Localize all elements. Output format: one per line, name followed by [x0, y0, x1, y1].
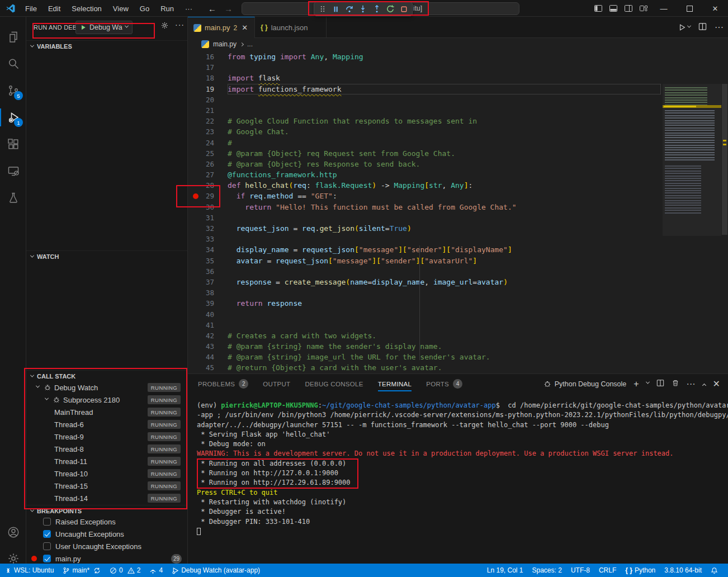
minimize-button[interactable]: — [651, 0, 677, 17]
breakpoint-checkbox[interactable] [43, 555, 51, 562]
watch-section-header[interactable]: WATCH [26, 250, 187, 262]
breakpoints-section-header[interactable]: BREAKPOINTS [26, 505, 187, 516]
gutter[interactable]: 36 [188, 266, 228, 277]
menu-run[interactable]: Run [155, 3, 179, 15]
split-editor-icon[interactable] [698, 22, 707, 33]
menu-selection[interactable]: Selection [67, 3, 106, 15]
code-line[interactable]: 27@functions_framework.http [188, 169, 728, 180]
gutter[interactable]: 21 [188, 105, 228, 116]
code-line[interactable]: 22# Google Cloud Function that responds … [188, 116, 728, 126]
code-line[interactable]: 19import functions_framework [188, 84, 728, 94]
editor-more-icon[interactable]: ··· [715, 22, 724, 32]
debug-config-dropdown[interactable]: Debug Wa [75, 21, 133, 34]
breakpoint-checkbox[interactable] [43, 530, 51, 538]
code-line[interactable]: 38 [188, 287, 728, 298]
kill-terminal-icon[interactable] [672, 379, 679, 389]
panel-tab-problems[interactable]: PROBLEMS2 [198, 374, 248, 394]
back-arrow-icon[interactable]: ← [208, 4, 216, 13]
restart-icon[interactable] [385, 3, 395, 15]
code-line[interactable]: 42# Creates a card with two widgets. [188, 330, 728, 341]
toggle-sidebar-icon[interactable] [590, 0, 606, 17]
git-branch-indicator[interactable]: main* [58, 564, 105, 577]
code-line[interactable]: 18import flask [188, 73, 728, 83]
close-tab-icon[interactable]: ✕ [242, 23, 248, 32]
tab-launch-json[interactable]: { } launch.json [255, 17, 327, 38]
gutter[interactable]: 30 [188, 202, 228, 212]
code-line[interactable]: 40 [188, 309, 728, 320]
breakpoint-row[interactable]: Uncaught Exceptions [26, 528, 187, 540]
call-stack-row[interactable]: Thread-14RUNNING [26, 492, 187, 504]
tab-main-py[interactable]: main.py 2 ✕ [188, 17, 255, 38]
sidebar-more-icon[interactable]: ··· [175, 20, 185, 29]
code-line[interactable]: 33 [188, 234, 728, 244]
code-line[interactable]: 35 avatar = request_json["message"]["sen… [188, 256, 728, 266]
code-line[interactable]: 16from typing import Any, Mapping [188, 51, 728, 62]
close-panel-icon[interactable]: ✕ [713, 379, 720, 389]
menu-view[interactable]: View [108, 3, 134, 15]
maximize-panel-icon[interactable] [703, 379, 706, 389]
code-line[interactable]: 39 return response [188, 298, 728, 309]
encoding-setting[interactable]: UTF-8 [566, 564, 594, 577]
maximize-button[interactable] [677, 0, 702, 17]
panel-tab-output[interactable]: OUTPUT [263, 374, 290, 394]
gutter[interactable]: 33 [188, 234, 228, 244]
breakpoint-row[interactable]: main.py29 [26, 552, 187, 565]
gutter[interactable]: 29 [188, 191, 228, 201]
menu-go[interactable]: Go [135, 3, 154, 15]
breakpoint-checkbox[interactable] [43, 542, 51, 550]
code-line[interactable]: 45# @return {Object} a card with the use… [188, 362, 728, 373]
code-line[interactable]: 20 [188, 94, 728, 105]
terminal-dropdown-chevron-icon[interactable] [646, 380, 650, 384]
debug-settings-gear-icon[interactable] [160, 21, 169, 31]
panel-tab-debug-console[interactable]: DEBUG CONSOLE [305, 374, 363, 394]
gutter[interactable]: 32 [188, 223, 228, 234]
gutter[interactable]: 19 [188, 84, 228, 94]
code-line[interactable]: 23# Google Chat. [188, 126, 728, 137]
pause-icon[interactable] [330, 3, 341, 15]
panel-more-icon[interactable]: ··· [687, 379, 696, 389]
breakpoint-checkbox[interactable] [43, 518, 51, 526]
gutter[interactable]: 37 [188, 277, 228, 287]
panel-tab-terminal[interactable]: TERMINAL [378, 374, 412, 394]
gutter[interactable]: 34 [188, 244, 228, 255]
code-line[interactable]: 28def hello_chat(req: flask.Request) -> … [188, 180, 728, 191]
code-line[interactable]: 26# @param {Object} res Response to send… [188, 159, 728, 169]
split-terminal-icon[interactable] [656, 379, 664, 389]
code-line[interactable]: 43# @param {string} name the sender's di… [188, 341, 728, 352]
gutter[interactable]: 17 [188, 62, 228, 73]
call-stack-row[interactable]: Thread-15RUNNING [26, 480, 187, 492]
code-line[interactable]: 30 return "Hello! This function must be … [188, 202, 728, 212]
gutter[interactable]: 35 [188, 256, 228, 266]
gutter[interactable]: 40 [188, 309, 228, 320]
gutter[interactable]: 24 [188, 138, 228, 148]
code-line[interactable]: 24# [188, 138, 728, 148]
testing-icon[interactable] [0, 185, 26, 211]
code-line[interactable]: 37 response = create_message(name=displa… [188, 277, 728, 287]
gutter[interactable]: 31 [188, 212, 228, 223]
stop-icon[interactable] [399, 3, 409, 15]
gutter[interactable]: 42 [188, 330, 228, 341]
step-into-icon[interactable] [358, 3, 368, 15]
minimap[interactable] [663, 84, 721, 407]
drag-handle-icon[interactable] [317, 3, 328, 15]
code-line[interactable]: 31 [188, 212, 728, 223]
call-stack-row[interactable]: Thread-8RUNNING [26, 443, 187, 455]
code-editor[interactable]: 16from typing import Any, Mapping1718imp… [188, 50, 728, 373]
extensions-icon[interactable] [0, 131, 26, 158]
panel-tab-ports[interactable]: PORTS4 [426, 374, 462, 394]
source-control-icon[interactable]: 5 [0, 77, 26, 104]
customize-layout-icon[interactable] [636, 0, 651, 17]
gutter[interactable]: 22 [188, 116, 228, 126]
debug-session-indicator[interactable]: Debug Watch (avatar-app) [167, 564, 264, 577]
cursor-position[interactable]: Ln 19, Col 1 [483, 564, 528, 577]
gutter[interactable]: 25 [188, 148, 228, 159]
remote-indicator[interactable]: WSL: Ubuntu [0, 564, 58, 577]
gutter[interactable]: 41 [188, 320, 228, 330]
toggle-panel-icon[interactable] [606, 0, 621, 17]
step-over-icon[interactable] [344, 3, 355, 15]
code-line[interactable]: 29 if req.method == "GET": [188, 191, 728, 201]
gutter[interactable]: 45 [188, 362, 228, 373]
breakpoint-dot[interactable] [193, 193, 198, 199]
code-line[interactable]: 44# @param {string} image_url the URL fo… [188, 352, 728, 362]
python-interpreter[interactable]: 3.8.10 64-bit [660, 564, 706, 577]
